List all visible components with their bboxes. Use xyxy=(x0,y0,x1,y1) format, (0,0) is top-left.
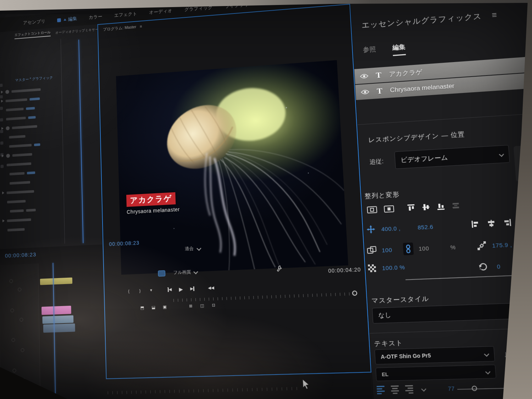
font-size-down-icon[interactable]: ↓ xyxy=(503,349,508,360)
video-frame[interactable]: アカクラゲ Chrysaora melanaster xyxy=(116,60,348,275)
safe-margins-icon[interactable]: ⊞ xyxy=(188,304,194,309)
workspace-tab-audio[interactable]: オーディオ xyxy=(149,7,172,16)
follow-dropdown[interactable]: ビデオフレーム xyxy=(394,145,510,169)
go-to-in-icon[interactable]: ◀◀ xyxy=(208,285,214,290)
align-text-center-icon[interactable] xyxy=(391,386,399,394)
align-right-icon[interactable] xyxy=(503,218,511,227)
workspace-tab-graphics[interactable]: グラフィック xyxy=(184,4,213,13)
visibility-eye-icon[interactable] xyxy=(361,89,369,95)
effect-parameter-row[interactable] xyxy=(1,96,40,104)
position-y-value[interactable]: 852.6 xyxy=(417,223,433,231)
effect-parameter-row[interactable] xyxy=(1,105,35,113)
tab-effect-controls[interactable]: エフェクトコントロール xyxy=(15,30,51,39)
workspace-tab-learning[interactable]: Learning xyxy=(267,0,286,6)
font-family-dropdown[interactable]: A-OTF Shin Go Pr5 xyxy=(375,346,495,365)
font-size-up-icon[interactable]: ↑ xyxy=(520,346,525,357)
timeline-timecode[interactable]: 00:00:08:23 xyxy=(5,251,36,259)
vertical-center-in-frame-icon[interactable] xyxy=(367,206,377,214)
workspace-tab-color[interactable]: カラー xyxy=(89,13,102,21)
active-toggle-icon[interactable] xyxy=(158,270,165,277)
step-forward-icon[interactable]: ▶ xyxy=(189,286,195,291)
align-left-icon[interactable] xyxy=(471,220,480,228)
link-scale-toggle[interactable] xyxy=(403,243,414,255)
align-vertical-center-icon[interactable] xyxy=(422,203,430,211)
track-toggle-icon[interactable] xyxy=(10,279,13,283)
font-size-slider[interactable] xyxy=(457,387,531,390)
align-bottom-icon[interactable] xyxy=(437,203,445,211)
effect-parameter-row[interactable] xyxy=(2,198,26,205)
comparison-view-icon[interactable]: ◫ xyxy=(199,303,205,308)
opacity-slider[interactable] xyxy=(405,275,525,280)
scale-width-value[interactable]: 100 xyxy=(382,246,392,254)
effect-parameter-row[interactable] xyxy=(2,170,35,177)
responsive-pin-widget[interactable] xyxy=(514,144,532,182)
mark-in-icon[interactable]: { xyxy=(126,288,132,293)
effect-parameter-row[interactable] xyxy=(2,179,30,187)
effect-parameter-row[interactable] xyxy=(1,87,41,95)
effect-parameter-row[interactable] xyxy=(2,207,36,214)
effect-parameter-row[interactable] xyxy=(1,133,25,140)
effect-parameter-row[interactable] xyxy=(2,217,31,224)
track-toggle-icon[interactable] xyxy=(21,348,24,352)
monitor-seek-ruler[interactable] xyxy=(173,292,357,302)
export-frame-icon[interactable]: ▣ xyxy=(162,304,168,309)
mark-out-icon[interactable]: } xyxy=(137,288,143,293)
align-text-left-icon[interactable] xyxy=(377,386,385,394)
workspace-tab-effects[interactable]: エフェクト xyxy=(114,11,137,19)
track-toggle-icon[interactable] xyxy=(13,368,16,372)
timeline-ruler[interactable] xyxy=(108,387,302,394)
tab-browse[interactable]: 参照 xyxy=(363,45,376,58)
add-marker-icon[interactable]: ▾ xyxy=(148,288,154,293)
effect-parameter-row[interactable] xyxy=(1,114,36,122)
track-toggle-icon[interactable] xyxy=(20,318,23,322)
playback-resolution-dropdown[interactable]: フル画質 xyxy=(173,268,197,276)
rotation-value[interactable]: 0 xyxy=(497,263,500,270)
track-toggle-icon[interactable] xyxy=(22,378,26,382)
font-size-slider-knob[interactable] xyxy=(472,386,477,391)
effect-parameter-row[interactable] xyxy=(1,123,37,131)
align-top-icon[interactable] xyxy=(407,204,415,212)
opacity-value[interactable]: 100.0 % xyxy=(382,264,405,271)
step-back-icon[interactable]: ◀ xyxy=(167,287,172,292)
master-style-dropdown[interactable]: なし xyxy=(372,301,532,323)
workspace-tab-cs55[interactable]: CS 5.5 xyxy=(305,0,320,2)
effect-parameter-row[interactable] xyxy=(2,188,34,196)
track-toggle-icon[interactable] xyxy=(18,288,21,292)
track-toggle-icon[interactable] xyxy=(12,338,15,342)
wrench-icon[interactable] xyxy=(276,265,283,272)
distribute-vertical-icon[interactable] xyxy=(451,201,460,210)
font-size-value[interactable]: 77 xyxy=(448,385,455,392)
workspace-tab-assembly[interactable]: アセンブリ xyxy=(23,18,46,26)
multi-camera-icon[interactable]: ⊡ xyxy=(211,303,216,308)
effect-controls-playhead[interactable] xyxy=(78,40,83,243)
lift-icon[interactable]: ⬒ xyxy=(139,305,145,310)
effect-parameter-row[interactable] xyxy=(2,142,40,150)
horizontal-center-in-frame-icon[interactable] xyxy=(384,205,394,213)
align-text-right-icon[interactable] xyxy=(405,385,414,394)
tab-audio-clip-mixer[interactable]: オーディオクリップミキサー xyxy=(55,27,99,35)
workspace-tab-edit[interactable]: 編集 xyxy=(57,16,77,23)
chevron-down-icon[interactable] xyxy=(421,387,426,392)
font-style-dropdown[interactable]: EL xyxy=(376,365,497,381)
distribute-horizontal-icon[interactable] xyxy=(526,217,532,226)
workspace-tab-libraries[interactable]: ライブラリ xyxy=(225,1,249,10)
effect-parameter-row[interactable] xyxy=(2,151,32,159)
tab-edit[interactable]: 編集 xyxy=(392,43,406,56)
panel-menu-icon[interactable]: ≡ xyxy=(140,24,142,28)
scale-height-value[interactable]: 100 xyxy=(419,245,430,252)
timeline-clip-graphic[interactable] xyxy=(40,277,72,285)
zoom-level-dropdown[interactable]: 適合 xyxy=(185,245,201,252)
visibility-eye-icon[interactable] xyxy=(360,73,368,79)
timeline-clip-video[interactable] xyxy=(43,323,75,333)
align-horizontal-center-icon[interactable] xyxy=(487,219,495,227)
track-toggle-icon[interactable] xyxy=(11,309,14,312)
panel-menu-icon[interactable]: ≡ xyxy=(492,10,498,20)
extract-icon[interactable]: ⬓ xyxy=(151,305,156,310)
opacity-slider-knob[interactable] xyxy=(522,272,527,277)
timeline-clip-video[interactable] xyxy=(42,315,73,324)
play-button-icon[interactable]: ▶ xyxy=(178,287,184,292)
effect-parameter-row[interactable] xyxy=(2,226,24,233)
effect-parameter-row[interactable] xyxy=(2,161,31,168)
anchor-x-value[interactable]: 175.9 , xyxy=(492,241,512,249)
timeline-clip-title[interactable] xyxy=(41,306,71,315)
